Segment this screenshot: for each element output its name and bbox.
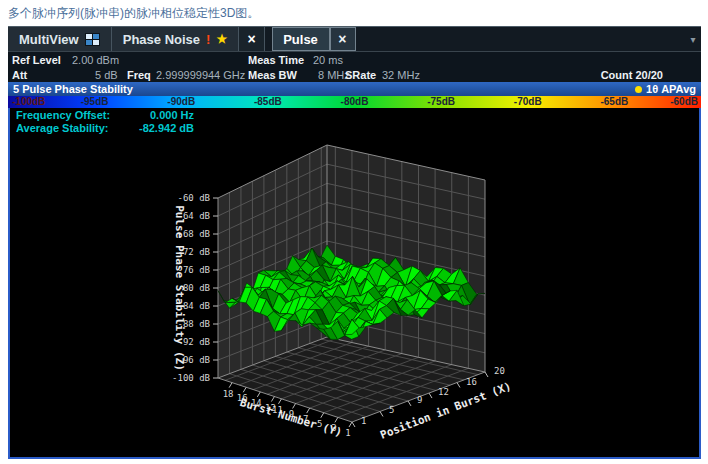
tab-phase-noise-label: Phase Noise [123,32,200,47]
color-scale-bar[interactable]: -100dB-95dB-90dB-85dB-80dB-75dB-70dB-65d… [8,96,701,108]
channel-header: Ref Level 2.00 dBm Meas Time 20 ms Att 5… [8,52,701,82]
svg-text:-100 dB: -100 dB [172,373,210,383]
colorbar-label: -80dB [341,96,369,108]
svg-text:-60 dB: -60 dB [177,193,210,203]
tab-multiview[interactable]: MultiView [8,27,112,51]
field-ref-level[interactable]: Ref Level [12,53,61,67]
colorbar-label: -70dB [514,96,542,108]
page-caption: 多个脉冲序列(脉冲串)的脉冲相位稳定性3D图。 [8,5,259,22]
field-att[interactable]: Att [12,68,27,82]
trace-active-dot [635,86,642,93]
tab-bar: MultiView Phase Noise ! ★ × Pulse × ▾ [8,26,701,52]
sweep-count: Count 20/20 [601,68,663,82]
svg-text:16: 16 [466,377,477,387]
field-freq[interactable]: Freq [127,68,151,82]
svg-text:1: 1 [361,416,366,426]
svg-text:9: 9 [417,395,422,405]
tab-pulse-close-button[interactable]: × [330,27,356,51]
svg-text:20: 20 [494,366,505,376]
svg-text:12: 12 [438,387,449,397]
field-att-value: 5 dB [95,68,118,82]
trace-badge: 1θ APAvg [646,82,696,96]
tab-bar-spacer [356,27,685,51]
colorbar-label: -100dB [12,96,45,108]
svg-text:5: 5 [389,405,394,415]
field-meas-bw[interactable]: Meas BW [248,68,297,82]
tab-pulse-label: Pulse [283,32,318,47]
tab-multiview-label: MultiView [19,32,79,47]
multiview-grid-icon [85,33,100,46]
result-window: 5 Pulse Phase Stability 1θ APAvg -100dB-… [8,82,701,459]
tab-menu-caret-icon[interactable]: ▾ [685,27,701,51]
field-meas-time-value: 20 ms [313,53,343,67]
window-title: 5 Pulse Phase Stability [13,82,133,96]
field-srate-value: 32 MHz [382,68,420,82]
colorbar-label: -60dB [670,96,698,108]
page: { "caption": "多个脉冲序列(脉冲串)的脉冲相位稳定性3D图。", … [0,0,708,464]
svg-text:Pulse Phase Stability (Z): Pulse Phase Stability (Z) [173,205,186,371]
svg-text:18: 18 [223,389,234,399]
tab-phase-noise-close-button[interactable]: × [239,27,265,51]
field-srate[interactable]: SRate [345,68,376,82]
plot-content: Frequency Offset:0.000 HzAverage Stabili… [8,108,701,459]
analyzer-app-window: MultiView Phase Noise ! ★ × Pulse × ▾ Re… [8,26,701,459]
close-icon: × [338,32,346,46]
field-ref-level-value: 2.00 dBm [72,53,119,67]
window-titlebar[interactable]: 5 Pulse Phase Stability 1θ APAvg [8,82,701,96]
colorbar-label: -65dB [600,96,628,108]
colorbar-label: -75dB [427,96,455,108]
star-icon: ★ [216,32,227,46]
svg-text:1: 1 [345,428,350,438]
colorbar-label: -90dB [167,96,195,108]
close-icon: × [248,32,256,46]
surface-3d-plot[interactable]: -60 dB-64 dB-68 dB-72 dB-76 dB-80 dB-84 … [10,108,699,457]
tab-pulse[interactable]: Pulse [272,27,330,51]
field-freq-value: 2.999999944 GHz [156,68,245,82]
colorbar-label: -95dB [81,96,109,108]
tab-phase-noise[interactable]: Phase Noise ! ★ [112,27,239,51]
field-meas-time[interactable]: Meas Time [248,53,304,67]
warning-icon: ! [206,32,210,47]
colorbar-label: -85dB [254,96,282,108]
